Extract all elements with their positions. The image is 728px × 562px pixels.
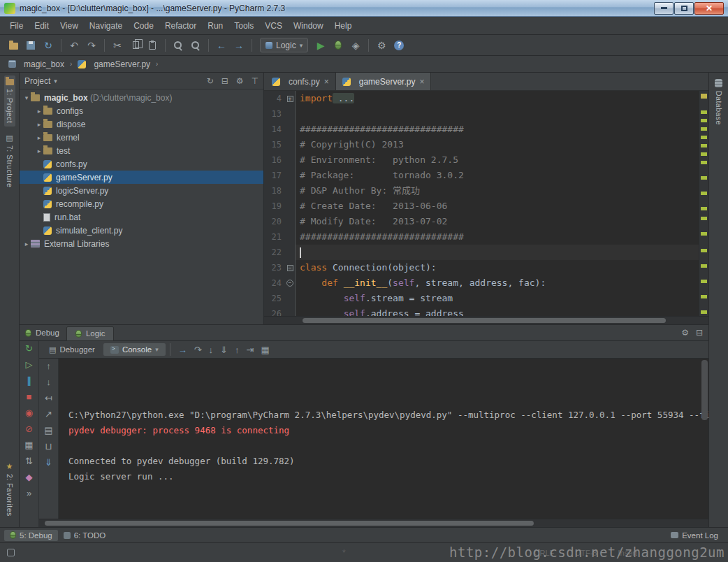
more-icon[interactable]: » — [27, 489, 31, 498]
menu-file[interactable]: File — [4, 19, 29, 33]
sidebar-item-project[interactable]: 1: Project — [4, 75, 15, 127]
change-marker[interactable] — [701, 217, 707, 220]
menu-run[interactable]: Run — [202, 19, 228, 33]
run-configuration-selector[interactable]: Logic▾ — [260, 38, 308, 52]
up-icon[interactable]: ↑ — [46, 361, 51, 371]
tree-item-external-libraries[interactable]: ▸External Libraries — [20, 237, 263, 250]
toolbar-tab-todo[interactable]: 6: TODO — [58, 530, 112, 541]
hide-window-icon[interactable]: ⊟ — [696, 328, 703, 338]
change-marker[interactable] — [701, 249, 707, 252]
console-horizontal-scrollbar[interactable] — [39, 519, 708, 527]
menu-help[interactable]: Help — [329, 19, 358, 33]
tree-item-simulate-client-py[interactable]: simulate_client.py — [20, 224, 263, 237]
scrollbar-thumb[interactable] — [45, 521, 534, 526]
tree-item-test[interactable]: ▸test — [20, 144, 263, 157]
change-marker[interactable] — [701, 295, 707, 298]
close-tab-icon[interactable]: × — [419, 78, 424, 86]
fold-method-icon[interactable]: − — [286, 280, 293, 287]
redo-icon[interactable]: ↷ — [84, 38, 99, 53]
change-marker[interactable] — [701, 232, 707, 236]
evaluate-expression-icon[interactable]: ▦ — [261, 345, 269, 355]
maximize-button[interactable] — [674, 2, 694, 15]
save-all-icon[interactable] — [23, 38, 38, 53]
tree-item-logicserver-py[interactable]: logicServer.py — [20, 184, 263, 197]
event-log-button[interactable]: Event Log — [665, 530, 724, 541]
undo-icon[interactable]: ↶ — [66, 38, 82, 53]
chevron-icon[interactable]: ▸ — [22, 240, 31, 247]
step-out-icon[interactable]: ↑ — [235, 345, 240, 355]
chevron-icon[interactable]: ▾ — [22, 94, 31, 101]
change-marker[interactable] — [701, 176, 707, 180]
restore-layout-icon[interactable]: ▦ — [24, 440, 33, 450]
chevron-down-icon[interactable]: ▾ — [54, 78, 57, 85]
fold-collapse-icon[interactable]: − — [287, 265, 293, 271]
force-step-into-icon[interactable]: ⇓ — [220, 345, 228, 355]
settings-icon[interactable]: ⚙ — [374, 38, 389, 53]
tree-item-confs-py[interactable]: confs.py — [20, 157, 263, 171]
tree-item-magic-box[interactable]: ▾magic_box (D:\clutter\magic_box) — [20, 91, 263, 104]
sidebar-item-structure[interactable]: ▤ 7: Structure — [4, 131, 15, 191]
change-marker[interactable] — [701, 280, 707, 283]
change-marker[interactable] — [701, 152, 707, 156]
menu-vcs[interactable]: VCS — [259, 19, 288, 33]
hide-panel-icon[interactable]: ⊣ — [250, 77, 260, 84]
change-marker[interactable] — [701, 310, 707, 314]
replace-icon[interactable] — [188, 38, 203, 53]
pin-icon[interactable]: ◆ — [26, 473, 33, 482]
scrollbar-thumb[interactable] — [303, 318, 666, 323]
tree-item-kernel[interactable]: ▸kernel — [20, 131, 263, 144]
change-marker[interactable] — [701, 161, 707, 164]
coverage-icon[interactable]: ◈ — [348, 38, 363, 53]
menu-window[interactable]: Window — [288, 19, 329, 33]
paste-icon[interactable] — [145, 38, 160, 53]
settings-gear-icon[interactable]: ⚙ — [681, 328, 689, 338]
menu-view[interactable]: View — [54, 19, 84, 33]
chevron-down-icon[interactable]: ▾ — [155, 346, 159, 353]
forward-icon[interactable]: → — [231, 38, 247, 53]
show-execution-point-icon[interactable]: → — [178, 345, 187, 355]
step-into-icon[interactable]: ↓ — [209, 345, 214, 355]
change-marker[interactable] — [701, 264, 707, 268]
status-item-crlf[interactable]: CRLF — [534, 549, 555, 557]
toolwindow-toggle-icon[interactable] — [7, 549, 15, 556]
change-marker[interactable] — [701, 207, 707, 210]
tree-item-configs[interactable]: ▸configs — [20, 104, 263, 117]
chevron-icon[interactable]: ▸ — [35, 147, 43, 154]
status-item-insert[interactable]: Insert — [618, 549, 637, 557]
open-icon[interactable] — [6, 38, 21, 53]
stop-icon[interactable]: ■ — [27, 392, 32, 402]
collapse-all-icon[interactable]: ⊟ — [221, 76, 228, 86]
change-marker[interactable] — [701, 144, 707, 147]
mute-breakpoints-icon[interactable]: ⊘ — [25, 424, 33, 434]
jump-to-source-icon[interactable]: ↤ — [45, 394, 52, 403]
help-icon[interactable]: ? — [391, 38, 407, 53]
rerun-icon[interactable]: ↻ — [25, 344, 33, 354]
export-icon[interactable]: ↗ — [45, 410, 52, 419]
status-item-utf-8[interactable]: UTF-8 — [575, 549, 597, 557]
close-button[interactable]: ✕ — [694, 2, 724, 15]
tree-item-recompile-py[interactable]: recompile.py — [20, 197, 263, 210]
find-icon[interactable] — [170, 38, 186, 53]
minimize-button[interactable] — [654, 2, 674, 15]
change-marker[interactable] — [701, 94, 707, 99]
sidebar-item-database[interactable]: Database — [713, 75, 725, 129]
code-lines[interactable]: 4+import ...1314########################… — [264, 91, 699, 316]
copy-icon[interactable] — [127, 38, 143, 53]
debug-session-tab[interactable]: Logic — [66, 326, 115, 341]
change-marker[interactable] — [701, 192, 707, 195]
close-tab-icon[interactable]: × — [324, 78, 329, 86]
menu-edit[interactable]: Edit — [29, 19, 54, 33]
scroll-to-end-icon[interactable]: ⇓ — [45, 458, 52, 468]
step-over-icon[interactable]: ↷ — [194, 345, 202, 355]
console-vertical-scrollbar[interactable] — [701, 360, 708, 420]
menu-refactor[interactable]: Refactor — [159, 19, 202, 33]
refresh-icon[interactable]: ↻ — [41, 38, 56, 53]
console-output[interactable]: C:\Python27\python.exe "D:\program\PyCha… — [59, 359, 708, 519]
editor-horizontal-scrollbar[interactable] — [264, 316, 708, 324]
breadcrumb-item[interactable]: magic_box — [6, 58, 67, 71]
change-marker[interactable] — [701, 127, 707, 131]
run-icon[interactable]: ▶ — [313, 38, 328, 53]
chevron-icon[interactable]: ▸ — [35, 108, 43, 115]
sidebar-item-favorites[interactable]: ★ 2: Favorites — [4, 459, 15, 520]
resume-icon[interactable]: ▷ — [26, 360, 33, 370]
